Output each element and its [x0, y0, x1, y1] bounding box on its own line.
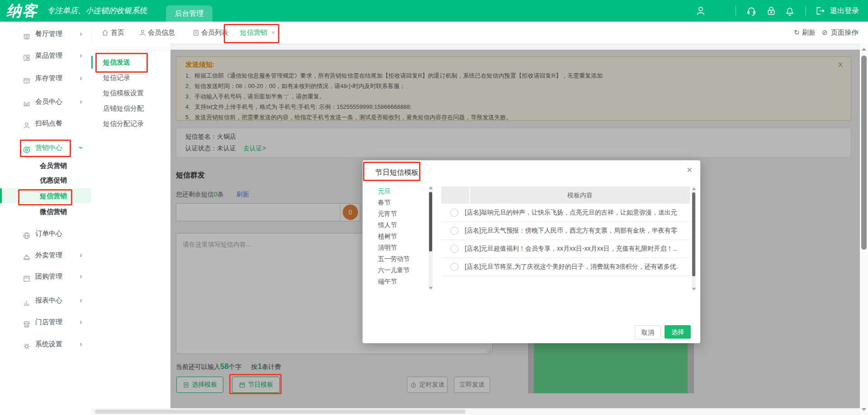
- submenu-item-sms-allocation-records[interactable]: 短信分配记录: [91, 117, 170, 130]
- holiday-item-spring-festival[interactable]: 春节: [378, 197, 423, 208]
- sidebar-item-takeout[interactable]: 外卖管理 ›: [0, 247, 91, 263]
- sidebar-item-members[interactable]: 会员中心 ›: [0, 93, 91, 110]
- sidebar-item-inventory[interactable]: 库存管理 ›: [0, 70, 91, 86]
- tab-member-list[interactable]: 会员列表: [201, 28, 228, 37]
- sidebar-subitem-label: 短信营销: [40, 188, 67, 203]
- sidebar-item-label: 外卖管理: [35, 247, 62, 263]
- modal-title: 节日短信模板: [375, 168, 419, 177]
- submenu-item-sms-send[interactable]: 短信发送: [91, 56, 172, 69]
- vertical-scrollbar[interactable]: [860, 44, 868, 415]
- lock-icon[interactable]: [766, 5, 777, 16]
- sidebar-subitem-sms-marketing[interactable]: 短信营销: [0, 188, 93, 203]
- holiday-item-arbor-day[interactable]: 植树节: [378, 231, 423, 242]
- holiday-item-lantern-festival[interactable]: 元宵节: [378, 208, 423, 219]
- scroll-down-arrow-icon[interactable]: [862, 408, 866, 411]
- cloche-icon: [23, 251, 31, 259]
- confirm-select-button[interactable]: 选择: [665, 325, 691, 339]
- submenu-item-label: 短信分配记录: [103, 117, 144, 130]
- sidebar-subitem-member-marketing[interactable]: 会员营销: [0, 158, 91, 173]
- template-text: [店名]元旦超值福利！会员专享，xx月xx日-xx月xx日，充值有礼限时开启！.…: [465, 240, 677, 257]
- scroll-up-arrow-icon[interactable]: [692, 188, 696, 190]
- member-list-icon: [192, 29, 200, 38]
- radio-button[interactable]: [450, 245, 458, 253]
- template-text: [店名]敲响元旦的钟声，让快乐飞扬，点亮元旦的吉祥，让如意弥漫，送出元...: [465, 204, 677, 221]
- submenu-item-sms-template-settings[interactable]: 短信模板设置: [91, 87, 170, 99]
- modal-close-icon[interactable]: ×: [687, 165, 692, 175]
- submenu-item-store-sms-allocation[interactable]: 店铺短信分配: [91, 102, 170, 115]
- sidebar-subitem-wechat-marketing[interactable]: 微信营销: [0, 204, 91, 219]
- holiday-item-valentines[interactable]: 情人节: [378, 219, 423, 231]
- sidebar-item-marketing[interactable]: 营销中心 ›: [0, 140, 91, 156]
- inventory-icon: [23, 74, 31, 82]
- restaurant-icon: [23, 30, 31, 38]
- gear-icon: [23, 340, 31, 348]
- sidebar-item-label: 订单中心: [35, 225, 62, 242]
- chevron-right-icon: ›: [80, 93, 82, 110]
- template-table-scroll-thumb[interactable]: [692, 192, 695, 276]
- sidebar-subitem-label: 微信营销: [40, 204, 67, 219]
- template-row[interactable]: [店名]敲响元旦的钟声，让快乐飞扬，点亮元旦的吉祥，让如意弥漫，送出元...: [441, 204, 690, 222]
- sidebar-item-orders[interactable]: 订单中心: [0, 225, 91, 242]
- chevron-right-icon: ›: [80, 47, 82, 64]
- submenu-item-sms-records[interactable]: 短信记录: [91, 71, 170, 84]
- radio-button[interactable]: [450, 227, 458, 235]
- holiday-list-scrollbar[interactable]: [429, 186, 433, 290]
- template-row[interactable]: [店名]元旦超值福利！会员专享，xx月xx日-xx月xx日，充值有礼限时开启！.…: [441, 240, 690, 258]
- refresh-button[interactable]: 刷新: [802, 28, 816, 37]
- submenu-item-label: 短信发送: [103, 56, 130, 69]
- horizontal-scrollbar[interactable]: [91, 408, 860, 415]
- holiday-list-scroll-thumb[interactable]: [429, 192, 432, 252]
- scroll-up-arrow-icon[interactable]: [862, 48, 866, 51]
- scroll-down-arrow-icon[interactable]: [692, 288, 696, 290]
- vertical-scroll-thumb[interactable]: [861, 56, 867, 250]
- tab-member-info[interactable]: 会员信息: [148, 28, 175, 37]
- sidebar-subitem-label: 会员营销: [40, 158, 67, 173]
- template-table-scrollbar[interactable]: [692, 187, 696, 291]
- user-icon[interactable]: [695, 5, 706, 16]
- page-ops-chevron-icon[interactable]: ›: [856, 28, 859, 37]
- tab-sms-marketing[interactable]: 短信营销: [240, 28, 267, 37]
- headset-icon[interactable]: [746, 5, 757, 16]
- scroll-up-arrow-icon[interactable]: [429, 187, 433, 189]
- radio-button[interactable]: [450, 263, 458, 271]
- holiday-item-labor-day[interactable]: 五一劳动节: [378, 253, 423, 265]
- page-ops-button[interactable]: 页面操作: [831, 28, 858, 37]
- holiday-item-dragon-boat[interactable]: 端午节: [378, 276, 423, 287]
- sidebar-item-scan-order[interactable]: 扫码点餐: [0, 115, 91, 131]
- holiday-item-childrens-day[interactable]: 六一儿童节: [378, 265, 423, 276]
- chevron-right-icon: ›: [80, 336, 82, 352]
- sidebar-subitem-label: 优惠促销: [40, 173, 67, 187]
- holiday-item-new-year[interactable]: 元旦: [378, 186, 423, 197]
- template-row[interactable]: [店名]元旦节将至,为了庆祝这个美好的日子，消费就有3倍积分，还有诸多优...: [441, 258, 690, 276]
- holiday-template-modal: 节日短信模板 × 元旦 春节 元宵节 情人节 植树节 清明节 五一劳动节 六一儿…: [363, 160, 700, 343]
- logout-button[interactable]: 退出登录: [830, 6, 859, 16]
- sidebar-item-reports[interactable]: 报表中心 ›: [0, 292, 91, 308]
- template-text: [店名]元旦天气预报：傍晚下人民币，西北方有支票，局部有金块，半夜有零...: [465, 222, 677, 239]
- template-row[interactable]: [店名]元旦天气预报：傍晚下人民币，西北方有支票，局部有金块，半夜有零...: [441, 222, 690, 240]
- sidebar-item-groupbuy[interactable]: 团购管理 ›: [0, 268, 91, 284]
- app-screen: 纳客 专注单店、小连锁的收银系统 后台管理 退出登录 首页 会员信息: [0, 0, 868, 415]
- sidebar-item-stores[interactable]: 门店管理 ›: [0, 314, 91, 330]
- tab-home[interactable]: 首页: [111, 28, 124, 37]
- sidebar-item-dishes[interactable]: 菜品管理 ›: [0, 47, 91, 64]
- dishes-icon: [23, 51, 31, 60]
- logout-icon[interactable]: [815, 5, 826, 16]
- globe-icon: [23, 229, 31, 238]
- backstage-tab[interactable]: 后台管理: [166, 5, 212, 22]
- holiday-item-qingming[interactable]: 清明节: [378, 242, 423, 253]
- scroll-down-arrow-icon[interactable]: [429, 287, 433, 289]
- sidebar-item-label: 菜品管理: [35, 47, 62, 64]
- sidebar-item-restaurant[interactable]: 餐厅管理 ›: [0, 26, 91, 42]
- chevron-right-icon: ›: [80, 26, 82, 42]
- tab-bar: 首页 会员信息 会员列表 短信营销 × ↻ 刷新 ⊘ 页面操作 ›: [91, 22, 868, 44]
- submenu-divider: [91, 50, 170, 50]
- cancel-button[interactable]: 取消: [635, 325, 661, 340]
- sidebar-subitem-promotions[interactable]: 优惠促销: [0, 173, 91, 187]
- bell-icon[interactable]: [784, 5, 795, 16]
- radio-button[interactable]: [450, 209, 458, 217]
- tab-close-icon[interactable]: ×: [271, 28, 275, 36]
- main-sidebar: 餐厅管理 › 菜品管理 › 库存管理 › 会员中心 › 扫码点餐 营销中心 ›: [0, 22, 92, 415]
- horizontal-scroll-thumb[interactable]: [95, 410, 466, 414]
- sidebar-item-settings[interactable]: 系统设置 ›: [0, 336, 91, 352]
- sidebar-item-label: 报表中心: [35, 292, 62, 308]
